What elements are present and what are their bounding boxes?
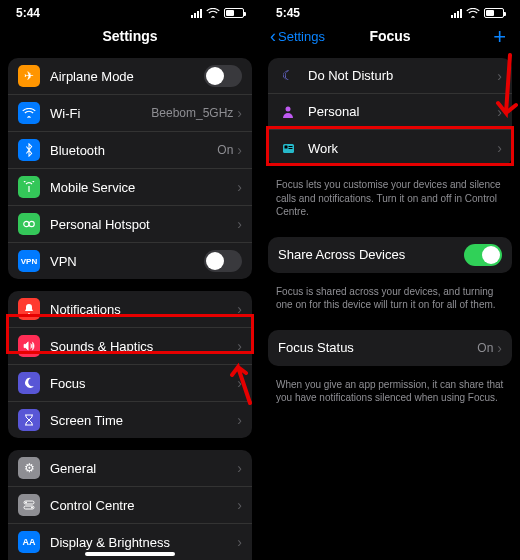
row-vpn[interactable]: VPN VPN [8, 243, 252, 279]
chevron-icon: › [237, 105, 242, 121]
group-connectivity: ✈ Airplane Mode Wi-Fi Beebom_5GHz › Blue… [8, 58, 252, 279]
signal-icon [451, 9, 462, 18]
chevron-icon: › [497, 340, 502, 356]
battery-icon [484, 8, 504, 18]
chevron-icon: › [497, 104, 502, 120]
sound-icon [18, 335, 40, 357]
row-sounds[interactable]: Sounds & Haptics › [8, 328, 252, 365]
moon-icon: ☾ [278, 66, 298, 86]
antenna-icon [18, 176, 40, 198]
wifi-icon [18, 102, 40, 124]
status-icons [191, 8, 244, 18]
row-notifications[interactable]: Notifications › [8, 291, 252, 328]
person-icon [278, 102, 298, 122]
status-icons [451, 8, 504, 18]
row-focus-status[interactable]: Focus Status On › [268, 330, 512, 366]
settings-list: ✈ Airplane Mode Wi-Fi Beebom_5GHz › Blue… [0, 50, 260, 560]
row-do-not-disturb[interactable]: ☾ Do Not Disturb › [268, 58, 512, 94]
chevron-icon: › [237, 179, 242, 195]
row-airplane-mode[interactable]: ✈ Airplane Mode [8, 58, 252, 95]
chevron-icon: › [237, 375, 242, 391]
svg-point-0 [24, 221, 29, 226]
group-share: Share Across Devices [268, 237, 512, 273]
row-wifi[interactable]: Wi-Fi Beebom_5GHz › [8, 95, 252, 132]
svg-rect-17 [288, 146, 292, 147]
row-mobile-service[interactable]: Mobile Service › [8, 169, 252, 206]
home-indicator [85, 552, 175, 556]
svg-rect-18 [288, 148, 292, 149]
chevron-icon: › [237, 301, 242, 317]
row-share-across-devices[interactable]: Share Across Devices [268, 237, 512, 273]
row-bluetooth[interactable]: Bluetooth On › [8, 132, 252, 169]
svg-point-1 [29, 221, 34, 226]
wifi-icon [466, 8, 480, 18]
share-toggle[interactable] [464, 244, 502, 266]
svg-rect-16 [284, 145, 287, 148]
signal-icon [191, 9, 202, 18]
vpn-icon: VPN [18, 250, 40, 272]
chevron-icon: › [237, 216, 242, 232]
chevron-left-icon: ‹ [270, 26, 276, 47]
row-personal-hotspot[interactable]: Personal Hotspot › [8, 206, 252, 243]
svg-point-14 [286, 107, 291, 112]
modes-footer: Focus lets you customise your devices an… [260, 178, 520, 229]
status-footer: When you give an app permission, it can … [260, 378, 520, 415]
status-bar: 5:45 [260, 0, 520, 22]
chevron-icon: › [497, 140, 502, 156]
gear-icon: ⚙ [18, 457, 40, 479]
chevron-icon: › [237, 338, 242, 354]
brightness-icon: AA [18, 531, 40, 553]
row-work[interactable]: Work › [268, 130, 512, 166]
switches-icon [18, 494, 40, 516]
share-footer: Focus is shared across your devices, and… [260, 285, 520, 322]
hotspot-icon [18, 213, 40, 235]
bell-icon [18, 298, 40, 320]
row-general[interactable]: ⚙ General › [8, 450, 252, 487]
row-control-centre[interactable]: Control Centre › [8, 487, 252, 524]
focus-content: ☾ Do Not Disturb › Personal › Work › Foc… [260, 50, 520, 560]
battery-icon [224, 8, 244, 18]
clock: 5:45 [276, 6, 300, 20]
group-general: ⚙ General › Control Centre › AA Display … [8, 450, 252, 560]
row-focus[interactable]: Focus › [8, 365, 252, 402]
clock: 5:44 [16, 6, 40, 20]
settings-screen: 5:44 Settings ✈ Airplane Mode Wi-Fi Beeb… [0, 0, 260, 560]
chevron-icon: › [237, 412, 242, 428]
focus-screen: 5:45 ‹ Settings Focus + ☾ Do Not Disturb… [260, 0, 520, 560]
airplane-icon: ✈ [18, 65, 40, 87]
badge-icon [278, 138, 298, 158]
group-attention: Notifications › Sounds & Haptics › Focus… [8, 291, 252, 438]
add-button[interactable]: + [493, 24, 506, 50]
svg-point-4 [25, 502, 27, 504]
bluetooth-icon [18, 139, 40, 161]
chevron-icon: › [237, 534, 242, 550]
group-status: Focus Status On › [268, 330, 512, 366]
chevron-icon: › [237, 460, 242, 476]
chevron-icon: › [237, 142, 242, 158]
back-button[interactable]: ‹ Settings [270, 26, 325, 47]
row-personal[interactable]: Personal › [268, 94, 512, 130]
hourglass-icon [18, 409, 40, 431]
chevron-icon: › [497, 68, 502, 84]
wifi-icon [206, 8, 220, 18]
moon-icon [18, 372, 40, 394]
svg-point-5 [31, 507, 33, 509]
vpn-toggle[interactable] [204, 250, 242, 272]
row-screen-time[interactable]: Screen Time › [8, 402, 252, 438]
group-focus-modes: ☾ Do Not Disturb › Personal › Work › [268, 58, 512, 166]
chevron-icon: › [237, 497, 242, 513]
status-bar: 5:44 [0, 0, 260, 22]
airplane-toggle[interactable] [204, 65, 242, 87]
